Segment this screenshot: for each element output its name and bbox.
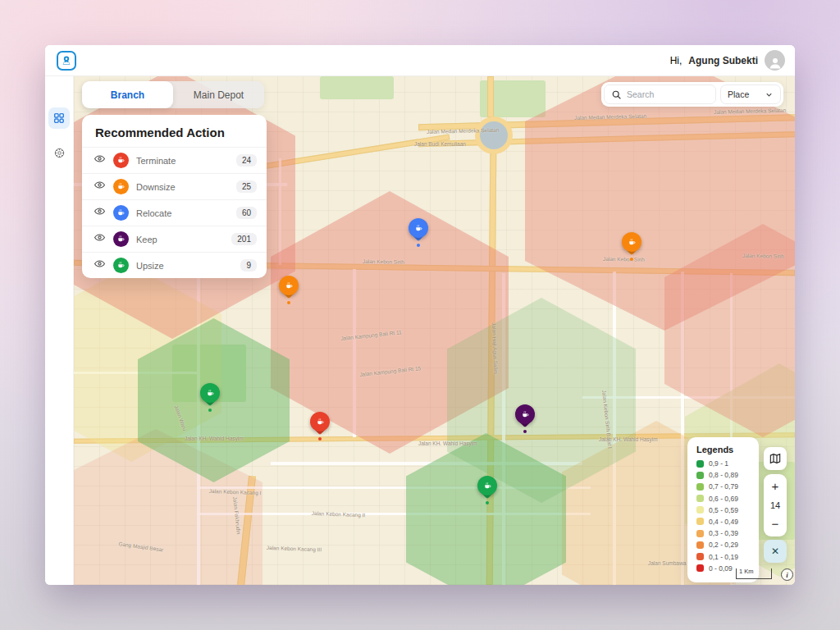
eye-icon (94, 258, 106, 270)
action-row-downsize[interactable]: Downsize 25 (82, 173, 267, 199)
keep-icon (113, 231, 129, 247)
map-pin-logo-icon (61, 55, 72, 66)
legend-swatch (696, 495, 704, 502)
action-row-keep[interactable]: Keep 201 (82, 226, 267, 252)
search-input[interactable] (627, 89, 701, 99)
count-badge: 201 (231, 233, 257, 245)
legend-swatch (696, 553, 704, 560)
legend-item: 0,5 - 0,59 (696, 506, 750, 514)
chevron-down-icon (765, 90, 774, 99)
coffee-cup-icon (628, 238, 637, 247)
coffee-cup-icon (116, 182, 126, 191)
coffee-cup-icon (521, 410, 530, 419)
recommended-action-panel: Recommended Action Terminate 24 (82, 115, 267, 278)
coffee-cup-icon (316, 418, 325, 427)
place-dropdown[interactable]: Place (720, 84, 781, 104)
visibility-toggle[interactable] (94, 153, 106, 168)
view-tabs: Branch Main Depot (82, 81, 264, 108)
street-label: Jalan Kebon Sirih (742, 253, 784, 259)
coffee-cup-icon (206, 389, 215, 398)
action-label: Keep (136, 235, 224, 244)
legend-swatch (696, 541, 704, 549)
visibility-toggle[interactable] (94, 205, 106, 221)
desktop-background: Hi, Agung Subekti (0, 0, 840, 630)
legend-swatch (696, 530, 704, 537)
count-badge: 25 (236, 180, 257, 193)
action-label: Relocate (136, 208, 229, 218)
legend-item: 0,9 - 1 (696, 459, 750, 468)
street-label: Jalan Kebon Kacang III (267, 545, 322, 552)
park-area (320, 76, 394, 99)
upsize-icon (113, 258, 129, 273)
legend-item: 0,7 - 0,79 (696, 482, 750, 491)
legend-item: 0,6 - 0,69 (696, 495, 750, 503)
terminate-icon (113, 153, 129, 168)
map-layers-button[interactable] (764, 447, 787, 470)
legend-swatch (696, 506, 704, 514)
action-row-upsize[interactable]: Upsize 9 (82, 252, 267, 278)
action-row-relocate[interactable]: Relocate 60 (82, 199, 267, 226)
search-bar: Place (601, 82, 783, 107)
coffee-cup-icon (116, 156, 126, 165)
count-badge: 60 (236, 207, 257, 219)
info-icon: i (786, 571, 788, 579)
person-icon (767, 54, 783, 71)
action-label: Terminate (136, 156, 229, 166)
relocate-icon (113, 205, 129, 221)
count-badge: 9 (240, 259, 257, 272)
zoom-out-button[interactable]: − (772, 515, 779, 533)
scale-label: 1 Km (739, 568, 754, 575)
street-label: Jalan Budi Kemuliaan (414, 141, 466, 147)
eye-icon (94, 153, 106, 165)
search-field[interactable] (604, 84, 716, 104)
action-label: Upsize (136, 261, 233, 271)
legend-panel: Legends 0,9 - 1 0,8 - 0,89 0,7 - 0,79 0,… (687, 437, 759, 582)
user-name: Agung Subekti (688, 55, 758, 66)
close-icon: ✕ (771, 546, 779, 557)
roundabout (475, 116, 513, 154)
legend-item: 0,3 - 0,39 (696, 529, 750, 537)
legend-item: 0,2 - 0,29 (696, 541, 750, 549)
close-button[interactable]: ✕ (764, 540, 787, 563)
tab-branch[interactable]: Branch (82, 81, 173, 108)
legend-swatch (696, 460, 704, 468)
zoom-in-button[interactable]: + (772, 477, 779, 495)
legend-swatch (696, 483, 704, 491)
eye-icon (94, 179, 106, 191)
tab-main-depot[interactable]: Main Depot (173, 81, 264, 108)
legend-swatch (696, 472, 704, 479)
place-label: Place (728, 89, 749, 99)
street-label: Jalan KH. Wahid Hasyim (185, 436, 244, 441)
downsize-icon (113, 179, 129, 194)
action-label: Downsize (136, 182, 229, 192)
panel-title: Recommended Action (82, 115, 267, 147)
street-label: Jalan Kebon Sirih (363, 258, 404, 265)
street-label: Jalan Kebon Kacang II (312, 510, 366, 518)
coffee-cup-icon (483, 482, 492, 491)
visibility-toggle[interactable] (94, 258, 106, 273)
info-button[interactable]: i (781, 568, 793, 581)
settings-icon (53, 147, 66, 159)
search-icon (611, 89, 622, 100)
app-header: Hi, Agung Subekti (45, 45, 795, 76)
visibility-toggle[interactable] (94, 231, 106, 247)
map-scale: 1 Km (736, 568, 772, 579)
avatar[interactable] (765, 50, 785, 71)
app-logo[interactable] (57, 51, 76, 71)
legend-item: 0,4 - 0,49 (696, 518, 750, 526)
eye-icon (94, 205, 106, 217)
zoom-level: 14 (770, 495, 780, 515)
coffee-cup-icon (116, 261, 126, 270)
sidebar-item-settings[interactable] (48, 142, 70, 163)
action-row-terminate[interactable]: Terminate 24 (82, 147, 267, 173)
street-label: Jalan Sumbawa (648, 560, 686, 566)
eye-icon (94, 231, 106, 244)
app-window: Hi, Agung Subekti (45, 45, 795, 585)
legend-title: Legends (696, 445, 750, 454)
coffee-cup-icon (285, 281, 294, 290)
map-canvas[interactable]: Jalan Medan Merdeka Selatan Jalan Medan … (74, 76, 795, 585)
street-label: Jalan KH. Wahid Hasyim (418, 441, 477, 446)
road (487, 76, 494, 117)
sidebar-item-dashboard[interactable] (48, 107, 70, 129)
visibility-toggle[interactable] (94, 179, 106, 194)
